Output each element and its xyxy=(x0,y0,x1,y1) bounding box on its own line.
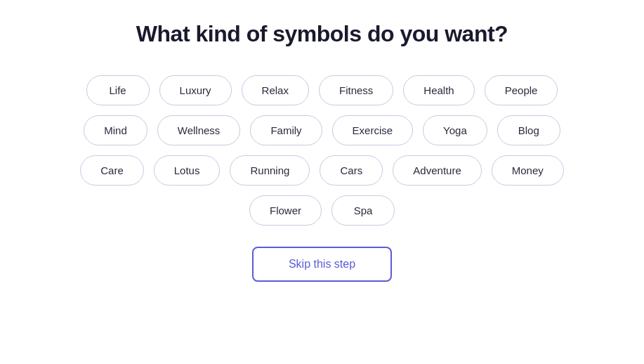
page-title: What kind of symbols do you want? xyxy=(136,21,508,47)
chip-wellness[interactable]: Wellness xyxy=(157,115,241,145)
chip-health[interactable]: Health xyxy=(403,75,474,105)
chips-row-0: LifeLuxuryRelaxFitnessHealthPeople xyxy=(86,75,558,105)
chip-running[interactable]: Running xyxy=(230,155,310,186)
chips-row-1: MindWellnessFamilyExerciseYogaBlog xyxy=(84,115,560,145)
chip-life[interactable]: Life xyxy=(86,75,150,105)
chip-mind[interactable]: Mind xyxy=(84,115,147,145)
chip-blog[interactable]: Blog xyxy=(497,115,560,145)
chip-spa[interactable]: Spa xyxy=(331,195,395,226)
chip-fitness[interactable]: Fitness xyxy=(319,75,393,105)
chip-luxury[interactable]: Luxury xyxy=(159,75,232,105)
chip-adventure[interactable]: Adventure xyxy=(393,155,481,186)
chip-family[interactable]: Family xyxy=(250,115,322,145)
skip-container: Skip this step xyxy=(252,247,392,282)
chip-relax[interactable]: Relax xyxy=(242,75,309,105)
chip-yoga[interactable]: Yoga xyxy=(423,115,487,145)
chips-row-2: CareLotusRunningCarsAdventureMoney xyxy=(80,155,564,186)
chip-flower[interactable]: Flower xyxy=(249,195,322,226)
skip-button[interactable]: Skip this step xyxy=(252,247,392,282)
chip-people[interactable]: People xyxy=(485,75,558,105)
chip-money[interactable]: Money xyxy=(492,155,564,186)
chip-cars[interactable]: Cars xyxy=(320,155,383,186)
chip-care[interactable]: Care xyxy=(80,155,144,186)
chips-row-3: FlowerSpa xyxy=(249,195,395,226)
chip-exercise[interactable]: Exercise xyxy=(332,115,414,145)
chips-container: LifeLuxuryRelaxFitnessHealthPeopleMindWe… xyxy=(14,75,630,226)
chip-lotus[interactable]: Lotus xyxy=(154,155,221,186)
